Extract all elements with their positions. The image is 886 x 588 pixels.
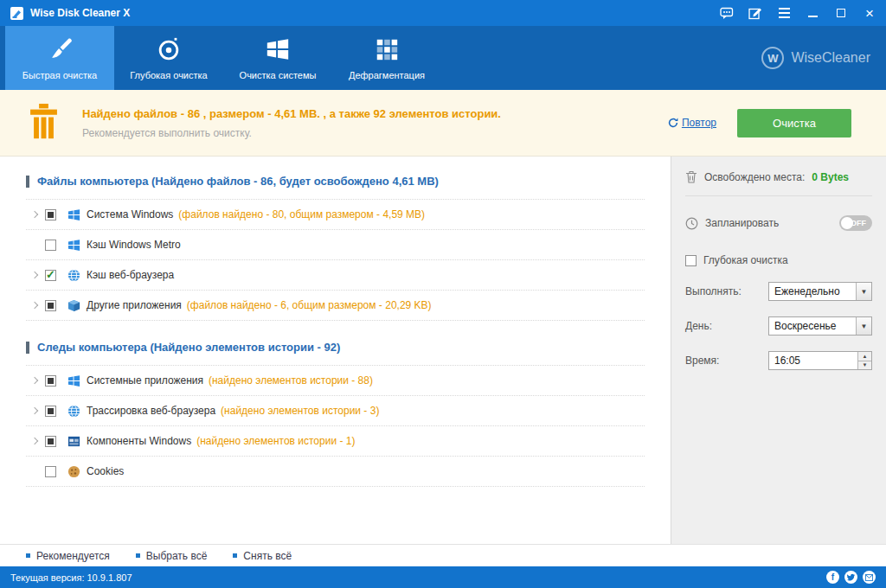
checkbox-partial[interactable] [45, 406, 56, 417]
statusbar: Текущая версия: 10.9.1.807 f [0, 566, 886, 588]
time-value: 16:05 [774, 355, 800, 367]
feedback-icon[interactable] [719, 5, 735, 21]
tab-label: Глубокая очистка [130, 70, 207, 80]
expand-arrow-icon[interactable] [26, 303, 43, 308]
tree-row-cookies[interactable]: Cookies [26, 457, 645, 487]
deselect-all-link[interactable]: Снять всё [233, 550, 292, 562]
package-box-icon [67, 299, 80, 312]
item-label: Система Windows [87, 208, 173, 220]
checkbox-unchecked[interactable] [45, 240, 56, 251]
bullet-icon [233, 553, 237, 558]
scan-recommendation: Рекомендуется выполнить очистку. [82, 127, 501, 139]
select-all-link[interactable]: Выбрать всё [136, 550, 208, 562]
rescan-label: Повтор [682, 117, 716, 129]
tab-quick-clean[interactable]: Быстрая очистка [5, 26, 114, 90]
deep-clean-checkbox[interactable] [685, 255, 697, 266]
frequency-field: Выполнять: Еженедельно ▼ [685, 282, 872, 301]
tree-row-windows-components[interactable]: Компоненты Windows (найдено элементов ис… [26, 426, 645, 457]
deep-clean-label: Глубокая очистка [703, 254, 788, 266]
expand-arrow-icon[interactable] [26, 408, 43, 413]
checkbox-unchecked[interactable] [45, 466, 56, 477]
section-header-files: Файлы компьютера (Найдено файлов - 86, б… [26, 163, 645, 200]
refresh-icon [668, 118, 678, 128]
clock-icon [685, 217, 698, 230]
trash-outline-icon [685, 170, 697, 183]
frequency-select[interactable]: Еженедельно ▼ [768, 282, 872, 301]
checkbox-partial[interactable] [45, 209, 56, 220]
expand-arrow-icon[interactable] [26, 212, 43, 217]
schedule-toggle[interactable]: OFF [839, 215, 872, 231]
tab-label: Дефрагментация [349, 70, 425, 80]
tab-defrag[interactable]: Дефрагментация [332, 26, 441, 90]
expand-arrow-icon[interactable] [26, 438, 43, 444]
day-label: День: [685, 320, 712, 332]
freed-space-row: Освобождено места: 0 Bytes [685, 170, 872, 196]
item-detail: (файлов найдено - 80, общим размером - 4… [178, 208, 425, 220]
checkbox-checked[interactable] [45, 270, 56, 281]
recommended-label: Рекомендуется [36, 550, 110, 562]
facebook-icon[interactable]: f [826, 571, 839, 584]
checkbox-partial[interactable] [45, 375, 56, 387]
item-label: Cookies [87, 465, 124, 477]
main-content: Файлы компьютера (Найдено файлов - 86, б… [0, 157, 886, 544]
recommended-link[interactable]: Рекомендуется [26, 550, 110, 562]
tab-label: Очистка системы [240, 70, 317, 80]
menu-icon[interactable] [776, 5, 792, 21]
tab-label: Быстрая очистка [22, 70, 97, 80]
item-label: Кэш Windows Metro [87, 239, 181, 251]
time-stepper[interactable]: ▲▼ [857, 352, 871, 369]
brush-icon [47, 36, 73, 64]
maximize-button[interactable] [833, 5, 849, 21]
item-detail: (файлов найдено - 6, общим размером - 20… [187, 299, 432, 311]
tree-row-browser-traces[interactable]: Трассировка веб-браузера (найдено элемен… [26, 396, 645, 426]
chevron-down-icon[interactable]: ▼ [856, 317, 871, 335]
expand-arrow-icon[interactable] [26, 378, 43, 383]
tab-system-clean[interactable]: Очистка системы [223, 26, 332, 90]
spin-down-icon[interactable]: ▼ [858, 361, 871, 370]
deselect-all-label: Снять всё [243, 550, 292, 562]
windows-flag-icon [67, 208, 80, 221]
tree-row-windows-metro-cache[interactable]: Кэш Windows Metro [26, 230, 645, 260]
day-field: День: Воскресенье ▼ [685, 316, 872, 336]
titlebar: Wise Disk Cleaner X × [0, 0, 886, 26]
edit-report-icon[interactable] [748, 5, 763, 21]
brand-circle-letter: W [761, 47, 784, 69]
twitter-icon[interactable] [844, 571, 857, 584]
email-icon[interactable] [863, 571, 876, 584]
close-button[interactable]: × [862, 5, 877, 21]
schedule-sidebar: Освобождено места: 0 Bytes Запланировать… [671, 157, 886, 544]
tree-row-system-apps[interactable]: Системные приложения (найдено элементов … [26, 366, 645, 396]
time-field: Время: 16:05 ▲▼ [685, 351, 872, 370]
item-label: Другие приложения [87, 299, 182, 311]
minimize-button[interactable] [805, 5, 820, 21]
item-label: Трассировка веб-браузера [87, 405, 215, 417]
tab-deep-clean[interactable]: Глубокая очистка [114, 26, 223, 90]
toggle-state-label: OFF [851, 219, 866, 227]
window-title: Wise Disk Cleaner X [30, 7, 130, 19]
schedule-label: Запланировать [705, 217, 779, 229]
expand-arrow-placeholder [26, 469, 43, 474]
day-select[interactable]: Воскресенье ▼ [768, 316, 872, 336]
tree-row-windows-system[interactable]: Система Windows (файлов найдено - 80, об… [26, 200, 645, 230]
spin-up-icon[interactable]: ▲ [858, 352, 871, 361]
checkbox-partial[interactable] [45, 300, 56, 311]
section-title: Следы компьютера (Найдено элементов исто… [37, 341, 340, 354]
checkbox-partial[interactable] [45, 436, 56, 447]
chevron-down-icon[interactable]: ▼ [856, 283, 871, 300]
clean-button[interactable]: Очистка [737, 109, 851, 137]
rescan-link[interactable]: Повтор [668, 117, 716, 129]
section-marker [26, 176, 29, 188]
cookie-icon [67, 465, 80, 478]
bullet-icon [26, 553, 30, 558]
footer-actions: Рекомендуется Выбрать всё Снять всё [0, 544, 886, 566]
item-label: Системные приложения [87, 374, 203, 387]
day-value: Воскресенье [774, 320, 837, 332]
tree-row-browser-cache[interactable]: Кэш веб-браузера [26, 260, 645, 291]
expand-arrow-icon[interactable] [26, 272, 43, 278]
expand-arrow-placeholder [26, 242, 43, 247]
tree-row-other-apps[interactable]: Другие приложения (файлов найдено - 6, о… [26, 291, 645, 321]
time-input[interactable]: 16:05 ▲▼ [768, 351, 872, 370]
item-detail: (найдено элементов истории - 1) [196, 435, 355, 447]
select-all-label: Выбрать всё [146, 550, 208, 562]
globe-icon [67, 269, 80, 282]
